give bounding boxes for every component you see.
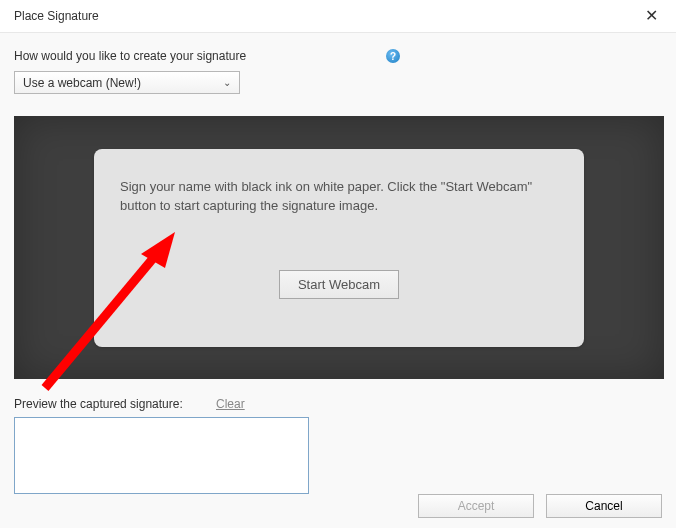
question-row: How would you like to create your signat… <box>14 49 662 63</box>
preview-row: Preview the captured signature: Clear <box>14 397 662 411</box>
webcam-capture-area: Sign your name with black ink on white p… <box>14 116 664 379</box>
clear-link[interactable]: Clear <box>216 397 245 411</box>
dialog-content: How would you like to create your signat… <box>0 33 676 494</box>
accept-button[interactable]: Accept <box>418 494 534 518</box>
signature-method-label: How would you like to create your signat… <box>14 49 246 63</box>
dropdown-selected: Use a webcam (New!) <box>23 76 141 90</box>
instruction-text: Sign your name with black ink on white p… <box>120 177 558 216</box>
dialog-title: Place Signature <box>14 9 99 23</box>
dialog-footer: Accept Cancel <box>418 494 662 518</box>
chevron-down-icon: ⌄ <box>223 77 231 88</box>
help-icon[interactable]: ? <box>386 49 400 63</box>
preview-label: Preview the captured signature: <box>14 397 186 411</box>
titlebar: Place Signature ✕ <box>0 0 676 33</box>
signature-preview-box <box>14 417 309 494</box>
cancel-button[interactable]: Cancel <box>546 494 662 518</box>
start-webcam-button[interactable]: Start Webcam <box>279 270 399 299</box>
webcam-instruction-panel: Sign your name with black ink on white p… <box>94 149 584 347</box>
close-icon[interactable]: ✕ <box>637 6 666 26</box>
signature-method-dropdown[interactable]: Use a webcam (New!) ⌄ <box>14 71 240 94</box>
